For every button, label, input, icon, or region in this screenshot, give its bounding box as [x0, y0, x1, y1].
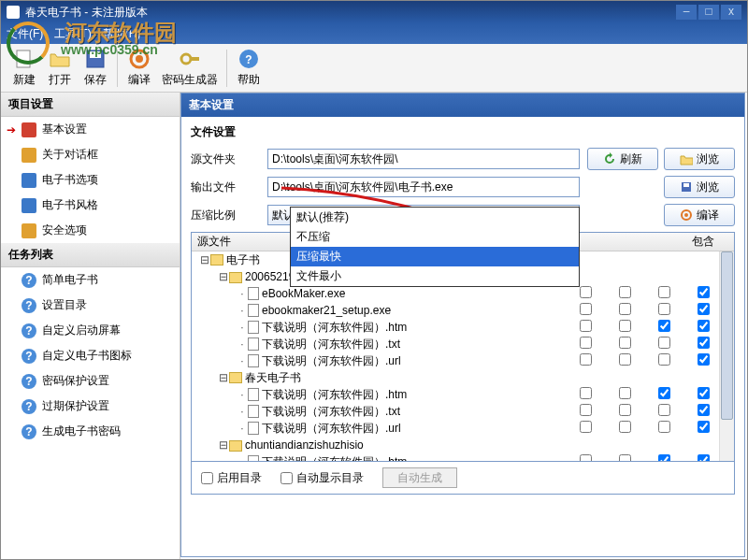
row-checkbox[interactable] — [698, 353, 710, 366]
dropdown-option-2[interactable]: 压缩最快 — [291, 247, 579, 266]
row-checkbox[interactable] — [619, 454, 631, 461]
browse-source-button[interactable]: 浏览 — [664, 148, 735, 170]
table-row[interactable]: ·下载说明（河东软件园）.htm — [192, 319, 734, 336]
row-checkbox[interactable] — [619, 303, 631, 315]
close-button[interactable]: x — [721, 5, 741, 20]
table-row[interactable]: ⊟春天电子书 — [192, 369, 734, 386]
row-checkbox[interactable] — [658, 320, 670, 332]
table-row[interactable]: ·下载说明（河东软件园）.txt — [192, 336, 734, 352]
table-row[interactable]: ·下载说明（河东软件园）.htm — [192, 386, 734, 403]
refresh-button[interactable]: 刷新 — [587, 148, 658, 170]
table-row[interactable]: ·eBookMaker.exe — [192, 285, 734, 302]
task-item-5[interactable]: ?过期保护设置 — [1, 394, 180, 419]
row-checkbox[interactable] — [619, 286, 631, 298]
task-item-4[interactable]: ?密码保护设置 — [1, 368, 180, 394]
task-item-label: 自定义电子书图标 — [42, 348, 132, 364]
task-item-label: 过期保护设置 — [42, 398, 109, 414]
row-checkbox[interactable] — [698, 421, 710, 433]
enable-directory-checkbox[interactable]: 启用目录 — [201, 470, 262, 486]
file-icon — [248, 405, 259, 418]
table-row[interactable]: ·下载说明（河东软件园）.htm — [192, 453, 734, 461]
expand-icon[interactable]: ⊟ — [199, 253, 210, 266]
row-checkbox[interactable] — [698, 320, 710, 332]
sidebar-item-4[interactable]: 安全选项 — [1, 218, 180, 243]
row-checkbox[interactable] — [698, 286, 710, 298]
row-checkbox[interactable] — [658, 387, 670, 399]
table-row[interactable]: ·下载说明（河东软件园）.txt — [192, 403, 734, 420]
toolbar-compile[interactable]: 编译 — [122, 46, 157, 90]
grid-scrollbar[interactable] — [719, 251, 734, 461]
row-checkbox[interactable] — [698, 337, 710, 349]
auto-generate-button[interactable]: 自动生成 — [382, 467, 457, 488]
table-row[interactable]: ⊟chuntiandianzishuzhisio — [192, 437, 734, 453]
row-checkbox[interactable] — [580, 387, 592, 399]
app-icon — [7, 6, 20, 19]
expand-icon[interactable]: ⊟ — [218, 270, 229, 283]
file-icon — [248, 388, 259, 401]
row-checkbox[interactable] — [658, 303, 670, 315]
sidebar-item-3[interactable]: 电子书风格 — [1, 193, 180, 218]
minimize-button[interactable]: – — [676, 5, 697, 20]
row-checkbox[interactable] — [580, 421, 592, 433]
sidebar-item-label: 关于对话框 — [42, 147, 98, 163]
table-row[interactable]: ·下载说明（河东软件园）.url — [192, 420, 734, 437]
row-checkbox[interactable] — [698, 387, 710, 399]
row-checkbox[interactable] — [619, 320, 631, 332]
row-checkbox[interactable] — [580, 353, 592, 366]
toolbar-help[interactable]: ?帮助 — [231, 46, 266, 90]
row-checkbox[interactable] — [658, 286, 670, 298]
toolbar-pwdgen[interactable]: 密码生成器 — [157, 46, 223, 90]
main-panel: 基本设置 文件设置 源文件夹 刷新 浏览 输出文件 浏览 压缩比例 默认(推荐)… — [180, 93, 745, 557]
row-checkbox[interactable] — [580, 320, 592, 332]
task-item-1[interactable]: ?设置目录 — [1, 293, 180, 318]
expand-icon[interactable]: ⊟ — [218, 371, 229, 384]
row-checkbox[interactable] — [658, 337, 670, 349]
menu-tools[interactable]: 工具(T) — [54, 26, 91, 42]
svg-point-5 — [181, 54, 191, 64]
row-checkbox[interactable] — [580, 404, 592, 416]
row-checkbox[interactable] — [580, 337, 592, 349]
output-file-input[interactable] — [267, 177, 580, 197]
task-item-6[interactable]: ?生成电子书密码 — [1, 419, 180, 444]
task-item-3[interactable]: ?自定义电子书图标 — [1, 343, 180, 368]
compression-dropdown-list[interactable]: 默认(推荐)不压缩压缩最快文件最小 — [290, 207, 580, 287]
row-checkbox[interactable] — [580, 286, 592, 298]
sidebar-item-1[interactable]: 关于对话框 — [1, 142, 180, 167]
task-item-0[interactable]: ?简单电子书 — [1, 267, 180, 293]
row-checkbox[interactable] — [698, 404, 710, 416]
row-checkbox[interactable] — [619, 421, 631, 433]
toolbar-save[interactable]: 保存 — [78, 46, 113, 90]
row-checkbox[interactable] — [580, 303, 592, 315]
row-checkbox[interactable] — [658, 454, 670, 461]
menu-help[interactable]: 帮助(H) — [103, 26, 141, 42]
browse-output-button[interactable]: 浏览 — [664, 176, 735, 198]
task-item-label: 自定义启动屏幕 — [42, 323, 121, 338]
row-checkbox[interactable] — [619, 404, 631, 416]
dropdown-option-1[interactable]: 不压缩 — [291, 227, 579, 247]
row-checkbox[interactable] — [658, 421, 670, 433]
table-row[interactable]: ·ebookmaker21_setup.exe — [192, 302, 734, 319]
expand-icon[interactable]: ⊟ — [218, 438, 229, 452]
row-checkbox[interactable] — [580, 454, 592, 461]
dropdown-option-3[interactable]: 文件最小 — [291, 266, 579, 286]
maximize-button[interactable]: □ — [698, 5, 719, 20]
source-folder-input[interactable] — [267, 149, 580, 169]
row-checkbox[interactable] — [619, 387, 631, 399]
row-checkbox[interactable] — [619, 337, 631, 349]
sidebar-item-2[interactable]: 电子书选项 — [1, 167, 180, 193]
row-checkbox[interactable] — [658, 353, 670, 366]
sidebar: 项目设置 ➔基本设置关于对话框电子书选项电子书风格安全选项 任务列表 ?简单电子… — [1, 93, 180, 559]
file-icon — [248, 321, 259, 334]
table-row[interactable]: ·下载说明（河东软件园）.url — [192, 352, 734, 369]
sidebar-item-0[interactable]: ➔基本设置 — [1, 117, 180, 142]
col-include[interactable]: 包含 — [683, 234, 723, 250]
auto-show-directory-checkbox[interactable]: 自动显示目录 — [280, 470, 364, 486]
row-checkbox[interactable] — [698, 454, 710, 461]
svg-text:?: ? — [245, 53, 252, 66]
dropdown-option-0[interactable]: 默认(推荐) — [291, 208, 579, 227]
row-checkbox[interactable] — [619, 353, 631, 366]
row-checkbox[interactable] — [698, 303, 710, 315]
row-checkbox[interactable] — [658, 404, 670, 416]
task-item-2[interactable]: ?自定义启动屏幕 — [1, 318, 180, 343]
compile-button[interactable]: 编译 — [664, 204, 735, 226]
